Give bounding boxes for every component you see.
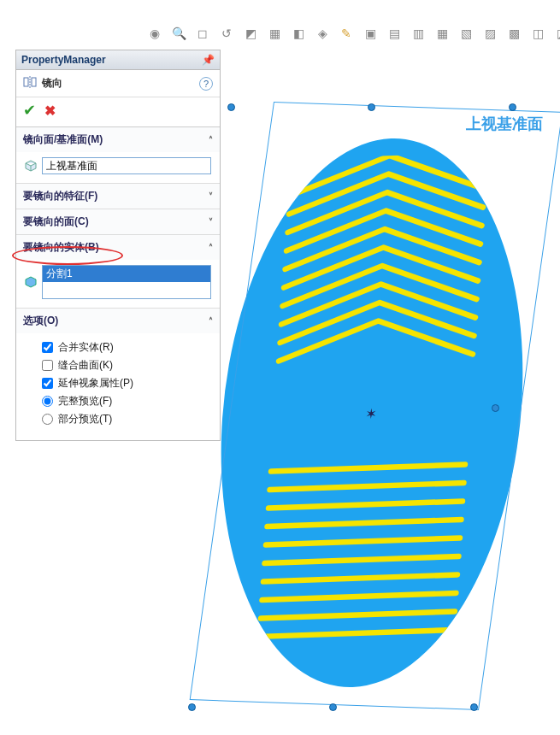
zoom-prev-icon[interactable]: ↺ <box>217 24 236 43</box>
option-partial-preview[interactable]: 部分预览(T) <box>42 410 211 428</box>
plane-handle[interactable] <box>509 103 516 111</box>
view-orient-icon[interactable]: ▦ <box>265 24 284 43</box>
section-label: 镜向面/基准面(M) <box>23 132 103 147</box>
color-icon[interactable]: ◪ <box>552 24 560 43</box>
pushpin-icon[interactable]: 📌 <box>202 54 215 66</box>
option-label: 合并实体(R) <box>58 340 114 355</box>
partial-preview-radio[interactable] <box>42 414 53 425</box>
option-knit-surfaces[interactable]: 缝合曲面(K) <box>42 356 211 374</box>
full-preview-radio[interactable] <box>42 396 53 407</box>
scene-icon[interactable]: ▤ <box>385 24 404 43</box>
section-header-features[interactable]: 要镜向的特征(F) ˅ <box>16 184 220 209</box>
zoom-area-icon[interactable]: ◻ <box>193 24 212 43</box>
option-label: 部分预览(T) <box>58 412 112 426</box>
hide-show-icon[interactable]: ◈ <box>313 24 332 43</box>
graphics-viewport[interactable]: 上视基准面 <box>222 47 551 722</box>
plane-handle[interactable] <box>188 703 196 711</box>
section-header-faces[interactable]: 要镜向的面(C) ˅ <box>16 209 220 234</box>
option-propagate[interactable]: 延伸视象属性(P) <box>42 374 211 392</box>
display-style-icon[interactable]: ◧ <box>289 24 308 43</box>
merge-solids-checkbox[interactable] <box>42 342 53 353</box>
section-header-options[interactable]: 选项(O) ˄ <box>16 309 220 333</box>
section-view-icon[interactable]: ◩ <box>241 24 260 43</box>
section-label: 选项(O) <box>23 314 58 328</box>
sketch-icon[interactable]: ✎ <box>337 24 356 43</box>
feature-title-row: 镜向 ? <box>16 70 220 97</box>
section-header-mirror-plane[interactable]: 镜向面/基准面(M) ˄ <box>16 127 220 152</box>
plane-handle[interactable] <box>492 404 499 412</box>
chevron-up-icon: ˄ <box>209 316 213 326</box>
plane-handle[interactable] <box>329 703 337 711</box>
section-options: 选项(O) ˄ 合并实体(R) 缝合曲面(K) 延伸视象属性(P) 完整预览(F… <box>16 309 220 440</box>
bodies-listbox[interactable]: 分割1 <box>42 265 211 299</box>
section-header-bodies[interactable]: 要镜向的实体(B) ˄ <box>16 235 220 260</box>
section-mirror-plane: 镜向面/基准面(M) ˄ <box>16 127 220 184</box>
orbit-icon[interactable]: ◉ <box>145 24 164 43</box>
option-label: 完整预览(F) <box>58 394 112 409</box>
chevron-down-icon: ˅ <box>209 191 213 201</box>
feature-title: 镜向 <box>42 76 194 91</box>
section-label: 要镜向的面(C) <box>23 215 89 229</box>
knit-checkbox[interactable] <box>42 360 53 371</box>
settings-icon[interactable]: ▦ <box>433 24 451 43</box>
reference-plane[interactable] <box>190 102 560 710</box>
display-state-icon[interactable]: ▧ <box>457 24 475 43</box>
confirm-row: ✔ ✖ <box>16 97 220 127</box>
option-merge-solids[interactable]: 合并实体(R) <box>42 338 211 356</box>
appearance-icon[interactable]: ▣ <box>361 24 380 43</box>
section-features-to-mirror: 要镜向的特征(F) ˅ <box>16 184 220 209</box>
option-full-preview[interactable]: 完整预览(F) <box>42 392 211 410</box>
section-label: 要镜向的特征(F) <box>23 189 97 203</box>
view-toolbar: ◉ 🔍 ◻ ↺ ◩ ▦ ◧ ◈ ✎ ▣ ▤ ▥ ▦ ▧ ▨ ▩ ◫ ◪ <box>145 24 560 43</box>
svg-rect-0 <box>24 78 28 86</box>
cancel-button[interactable]: ✖ <box>44 103 56 119</box>
plane-selection-icon <box>23 158 38 173</box>
property-manager-header: PropertyManager 📌 <box>16 50 220 70</box>
list-item[interactable]: 分割1 <box>43 266 210 282</box>
mirror-plane-input[interactable] <box>42 157 211 174</box>
split-icon[interactable]: ◫ <box>528 24 547 43</box>
body-selection-icon <box>23 274 38 290</box>
property-manager-title: PropertyManager <box>21 54 106 66</box>
section-bodies-to-mirror: 要镜向的实体(B) ˄ 分割1 <box>16 235 220 309</box>
plane-handle[interactable] <box>470 703 478 711</box>
chevron-up-icon: ˄ <box>209 135 213 144</box>
configure-icon[interactable]: ▨ <box>480 24 499 43</box>
chevron-up-icon: ˄ <box>209 243 213 252</box>
help-button[interactable]: ? <box>199 77 213 91</box>
section-label: 要镜向的实体(B) <box>23 240 99 255</box>
zoom-fit-icon[interactable]: 🔍 <box>169 24 188 43</box>
svg-rect-2 <box>32 78 36 86</box>
mirror-feature-icon <box>23 75 37 91</box>
filter-icon[interactable]: ▩ <box>504 24 523 43</box>
option-label: 延伸视象属性(P) <box>58 376 133 391</box>
option-label: 缝合曲面(K) <box>58 358 113 373</box>
plane-handle[interactable] <box>368 103 375 111</box>
plane-handle[interactable] <box>227 103 235 111</box>
section-faces-to-mirror: 要镜向的面(C) ˅ <box>16 209 220 235</box>
property-manager-panel: PropertyManager 📌 镜向 ? ✔ ✖ 镜向面/基准面(M) ˄ … <box>15 50 221 441</box>
chevron-down-icon: ˅ <box>209 217 213 226</box>
propagate-checkbox[interactable] <box>42 378 53 389</box>
ok-button[interactable]: ✔ <box>23 101 36 120</box>
render-icon[interactable]: ▥ <box>409 24 427 43</box>
